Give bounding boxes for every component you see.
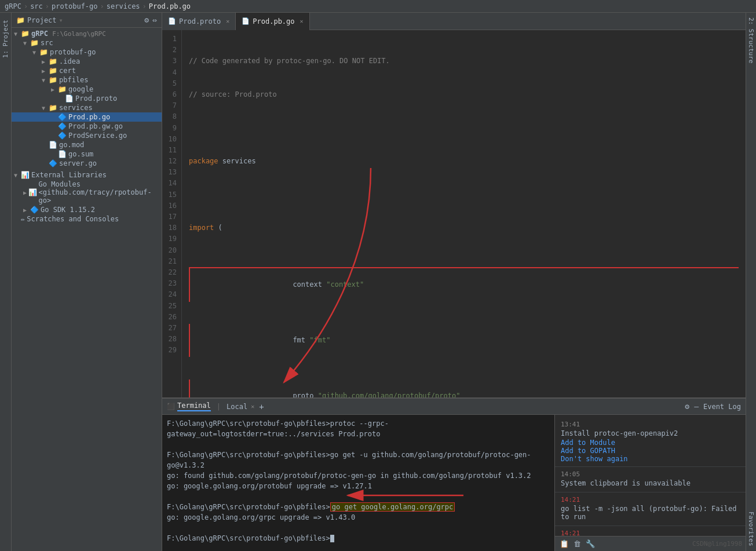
breadcrumb-services[interactable]: services [107,2,140,10]
tree-collapse-icon[interactable]: ⇔ [152,16,157,24]
code-line-4: package services [189,156,739,167]
code-line-5 [189,189,739,200]
tree-item-src[interactable]: ▼ 📁 src [12,38,162,48]
terminal-line-1: F:\Golang\gRPC\src\protobuf-go\pbfiles>p… [167,418,550,439]
terminal-close-local[interactable]: ✕ [251,403,254,410]
breadcrumb-src[interactable]: src [30,2,43,10]
terminal-tab-label[interactable]: Terminal [177,402,211,411]
code-line-9: proto "github.com/golang/protobuf/proto" [189,380,739,397]
tree-item-scratches[interactable]: ✏️ Scratches and Consoles [12,214,162,224]
event-log-panel: 13:41 Install protoc-gen-openapiv2 Add t… [554,415,746,551]
event-log-copy-icon[interactable]: 📋 [560,539,569,548]
tree-item-pbfiles[interactable]: ▼ 📁 pbfiles [12,75,162,85]
event-time-4: 14:21 [561,530,740,536]
event-title-1: Install protoc-gen-openapiv2 [561,429,740,437]
terminal-line-5: go: google.golang.org/protobuf upgrade =… [167,481,550,491]
tree-item-server-go[interactable]: 🔷 server.go [12,159,162,168]
terminal-tab-icon: ⬛ [167,403,175,410]
tree-item-idea[interactable]: ▶ 📁 .idea [12,57,162,66]
terminal-settings-icon[interactable]: ⚙ [685,402,689,411]
tab-prod-proto[interactable]: 📄 Prod.proto ✕ [162,13,236,30]
tab-prod-pb-go[interactable]: 📄 Prod.pb.go ✕ [236,13,309,30]
code-line-1: // Code generated by protoc-gen-go. DO N… [189,56,739,67]
event-title-2: System clipboard is unavailable [561,479,740,487]
terminal-line-blank1 [167,439,550,450]
event-link-add-module[interactable]: Add to Module [561,439,740,447]
tree-item-prod-proto[interactable]: 📄 Prod.proto [12,94,162,103]
terminal-area[interactable]: F:\Golang\gRPC\src\protobuf-go\pbfiles>p… [162,415,554,551]
code-lines[interactable]: // Code generated by protoc-gen-go. DO N… [182,30,746,397]
line-numbers: 12345 678910 1112131415 1617181920 21222… [162,30,182,397]
code-line-7: context "context" [189,267,739,302]
event-log-tool-icon[interactable]: 🔧 [586,539,595,548]
event-title-3: go list -m -json all (protobuf-go): Fail… [561,505,740,521]
tab-proto-close[interactable]: ✕ [226,18,229,24]
terminal-line-blank2 [167,491,550,502]
event-time-2: 14:05 [561,470,740,478]
tree-item-google[interactable]: ▶ 📁 google [12,85,162,94]
tab-proto-label: Prod.proto [179,17,221,25]
terminal-line-4: go: found github.com/golang/protobuf/pro… [167,470,550,481]
event-time-1: 13:41 [561,421,740,428]
terminal-line-blank3 [167,523,550,533]
event-time-3: 14:21 [561,496,740,503]
terminal-line-7: F:\Golang\gRPC\src\protobuf-go\pbfiles>g… [167,502,550,512]
tab-proto-icon: 📄 [168,17,176,25]
tree-item-grpc[interactable]: ▼ 📁 gRPC F:\Golang\gRPC [12,29,162,38]
tree-item-external-libraries[interactable]: ▼ 📊 External Libraries [12,170,162,180]
tree-item-go-sdk[interactable]: ▶ 🔷 Go SDK 1.15.2 [12,205,162,214]
tab-go-close[interactable]: ✕ [300,18,304,24]
tree-settings-icon[interactable]: ⚙ [144,16,149,24]
event-log-delete-icon[interactable]: 🗑 [574,539,581,548]
tree-item-protobuf-go[interactable]: ▼ 📁 protobuf-go [12,48,162,57]
tree-item-go-modules[interactable]: ▶ 📊 Go Modules <github.com/tracy/rpotobu… [12,180,162,205]
project-title: 📁 Project ▾ [16,16,63,24]
sidebar-tab-project[interactable]: 1: Project [1,15,10,63]
tree-item-prod-pb-go[interactable]: 🔷 Prod.pb.go [12,112,162,122]
breadcrumb-current-file: Prod.pb.go [149,2,191,10]
event-link-add-gopath[interactable]: Add to GOPATH [561,447,740,455]
code-editor[interactable]: 12345 678910 1112131415 1617181920 21222… [162,30,746,397]
event-entry-3: 14:21 go list -m -json all (protobuf-go)… [555,492,746,526]
terminal-add-button[interactable]: + [259,402,264,411]
tree-item-services[interactable]: ▼ 📁 services [12,103,162,112]
tree-item-cert[interactable]: ▶ 📁 cert [12,66,162,75]
breadcrumb-protobuf-go[interactable]: protobuf-go [52,2,97,10]
tab-go-icon: 📄 [242,17,250,25]
code-line-3 [189,123,739,134]
terminal-minimize-icon[interactable]: — [694,402,699,411]
terminal-line-3: F:\Golang\gRPC\src\protobuf-go\pbfiles>g… [167,450,550,470]
breadcrumb-grpc[interactable]: gRPC [5,2,21,10]
event-link-dont-show[interactable]: Don't show again [561,455,740,463]
code-line-8: fmt "fmt" [189,324,739,357]
tab-go-label: Prod.pb.go [253,17,294,25]
terminal-line-9: F:\Golang\gRPC\src\protobuf-go\pbfiles> [167,533,550,543]
event-log-label[interactable]: Event Log [703,403,741,411]
event-entry-4: 14:21 go list -m -json all (protobuf-go)… [555,526,746,536]
sidebar-tab-favorites[interactable]: Favorites [746,507,756,551]
event-entry-2: 14:05 System clipboard is unavailable [555,467,746,492]
tree-item-prodservice-go[interactable]: 🔷 ProdService.go [12,131,162,140]
code-line-6: import ( [189,222,739,233]
event-entry-1: 13:41 Install protoc-gen-openapiv2 Add t… [555,417,746,467]
code-line-2: // source: Prod.proto [189,89,739,100]
watermark: CSDN@ling1998 [692,540,742,548]
tree-item-prod-pb-gw-go[interactable]: 🔷 Prod.pb.gw.go [12,122,162,131]
breadcrumb: gRPC › src › protobuf-go › services › Pr… [5,2,191,10]
terminal-local-label[interactable]: Local [227,403,247,411]
tree-item-go-mod[interactable]: 📄 go.mod [12,140,162,149]
sidebar-tab-structure[interactable]: 2: Structure [746,13,756,68]
tree-item-go-sum[interactable]: 📄 go.sum [12,149,162,159]
terminal-line-8: go: google.golang.org/grpc upgrade => v1… [167,512,550,523]
